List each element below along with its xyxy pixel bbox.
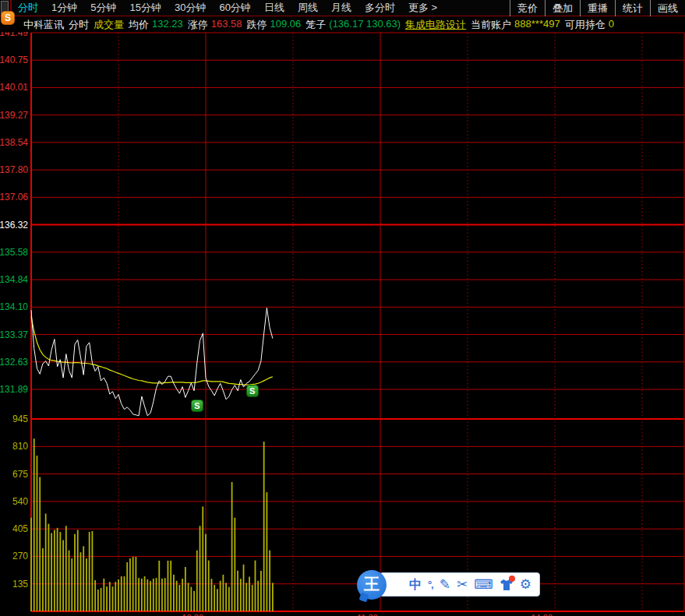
toolbar-right-buttons: 竞价叠加重播统计画线	[510, 0, 685, 16]
volume-bar	[112, 586, 114, 611]
volume-bar	[217, 589, 218, 611]
volume-bar	[164, 578, 166, 611]
tab-4[interactable]: 30分钟	[175, 1, 206, 15]
industry-link[interactable]: 集成电路设计	[405, 18, 466, 32]
toolbar-button-1[interactable]: 叠加	[545, 0, 580, 16]
tab-3[interactable]: 15分钟	[129, 1, 161, 15]
skin-shirt-icon[interactable]	[500, 579, 514, 591]
volume-axis-label: 405	[12, 523, 28, 534]
volume-bar	[240, 579, 242, 611]
volume-bar	[94, 580, 96, 611]
keyboard-icon[interactable]: ⌨	[474, 578, 493, 591]
volume-axis-label: 270	[12, 551, 28, 561]
volume-bar	[263, 442, 265, 611]
tab-6[interactable]: 日线	[264, 1, 284, 15]
volume-bar	[30, 518, 32, 611]
volume-axis-label: 810	[12, 441, 28, 452]
volume-bar	[51, 533, 52, 611]
tab-10[interactable]: 更多 >	[408, 1, 437, 15]
volume-bar	[188, 583, 189, 611]
volume-bar	[234, 518, 235, 611]
volume-bar	[37, 456, 38, 611]
volume-bar	[83, 546, 84, 611]
toolbar-button-3[interactable]: 统计	[615, 0, 650, 16]
volume-bar	[170, 561, 171, 611]
volume-bar	[161, 579, 163, 611]
volume-bar	[272, 583, 274, 611]
average-price-line	[31, 316, 273, 385]
stock-name[interactable]: 中科蓝讯	[23, 18, 64, 32]
volume-bar	[45, 514, 47, 611]
tab-0[interactable]: 分时	[18, 1, 38, 15]
price-axis-label: 132.63	[0, 357, 28, 368]
volume-bar	[77, 530, 79, 611]
volume-bar	[231, 482, 233, 611]
sell-marker[interactable]: S	[191, 400, 203, 412]
volume-bar	[179, 585, 181, 611]
volume-bar	[48, 524, 50, 611]
volume-bar	[34, 438, 35, 611]
volume-bar	[205, 534, 207, 611]
toolbar-button-0[interactable]: 竞价	[510, 0, 545, 16]
tab-9[interactable]: 多分时	[365, 1, 395, 15]
volume-bar	[223, 575, 224, 611]
price-axis-label: 138.54	[0, 137, 28, 148]
volume-bar	[74, 534, 76, 611]
volume-bar	[86, 558, 87, 611]
volume-bar	[39, 477, 41, 611]
price-cage-value: (136.17 130.63)	[329, 18, 401, 32]
volume-bar	[132, 557, 134, 611]
tab-2[interactable]: 5分钟	[90, 1, 116, 15]
indicator-label[interactable]: 成交量	[94, 18, 124, 32]
volume-bar	[115, 582, 116, 611]
volume-bar	[57, 528, 58, 611]
price-axis-label: 140.01	[0, 82, 28, 93]
volume-axis-label: 675	[12, 469, 28, 480]
volume-axis-label: 540	[12, 496, 28, 507]
time-axis-label: 14:00	[531, 613, 553, 616]
price-cage-label: 笼子	[305, 18, 326, 32]
sell-marker[interactable]: S	[246, 385, 259, 397]
period-label: 分时	[69, 18, 89, 32]
volume-bar	[196, 551, 198, 611]
limit-down-label: 跌停	[247, 18, 267, 32]
volume-bar	[245, 583, 247, 611]
toolbar-button-4[interactable]: 画线	[650, 0, 685, 16]
volume-bar	[54, 530, 55, 611]
volume-bar	[121, 576, 122, 611]
price-axis-label: 137.06	[0, 192, 28, 202]
ime-punctuation-icon[interactable]: °‚	[428, 579, 433, 590]
volume-bar	[225, 583, 227, 611]
gear-icon[interactable]: ⚙	[520, 578, 531, 591]
toolbar-button-2[interactable]: 重播	[580, 0, 615, 16]
volume-bar	[101, 588, 102, 611]
trading-terminal: 分时1分钟5分钟15分钟30分钟60分钟日线周线月线多分时更多 > 竞价叠加重播…	[0, 0, 685, 616]
volume-bar	[260, 571, 262, 611]
period-tabs: 分时1分钟5分钟15分钟30分钟60分钟日线周线月线多分时更多 >	[13, 1, 510, 15]
limit-down-value: 109.06	[270, 18, 302, 32]
ime-chinese-mode-icon[interactable]: 中	[409, 579, 422, 591]
pencil-icon[interactable]: ✎	[440, 578, 450, 591]
volume-bar	[193, 591, 195, 611]
volume-bar	[249, 577, 250, 611]
price-axis-label: 137.80	[0, 164, 28, 175]
volume-bar	[211, 579, 213, 611]
volume-bar	[126, 562, 128, 611]
volume-bar	[89, 532, 90, 611]
tab-8[interactable]: 月线	[331, 1, 351, 15]
tab-1[interactable]: 1分钟	[51, 1, 77, 15]
scissors-icon[interactable]: ✂	[457, 578, 468, 591]
tab-7[interactable]: 周线	[298, 1, 318, 15]
volume-bar	[42, 548, 44, 611]
volume-bar	[136, 557, 137, 611]
tab-5[interactable]: 60分钟	[219, 1, 250, 15]
volume-bar	[80, 552, 82, 611]
volume-bar	[156, 578, 157, 611]
volume-bar	[202, 506, 203, 611]
intraday-chart[interactable]: 141.49140.75140.01139.27138.54137.80137.…	[0, 32, 685, 616]
price-axis-label: 131.89	[0, 384, 28, 395]
volume-bar	[103, 579, 104, 611]
floating-s-badge[interactable]: S	[1, 11, 15, 25]
stock-info-bar: 中科蓝讯 分时 成交量 均价 132.23 涨停 163.58 跌停 109.0…	[0, 17, 685, 32]
ime-logo-icon[interactable]: 王	[357, 570, 387, 600]
